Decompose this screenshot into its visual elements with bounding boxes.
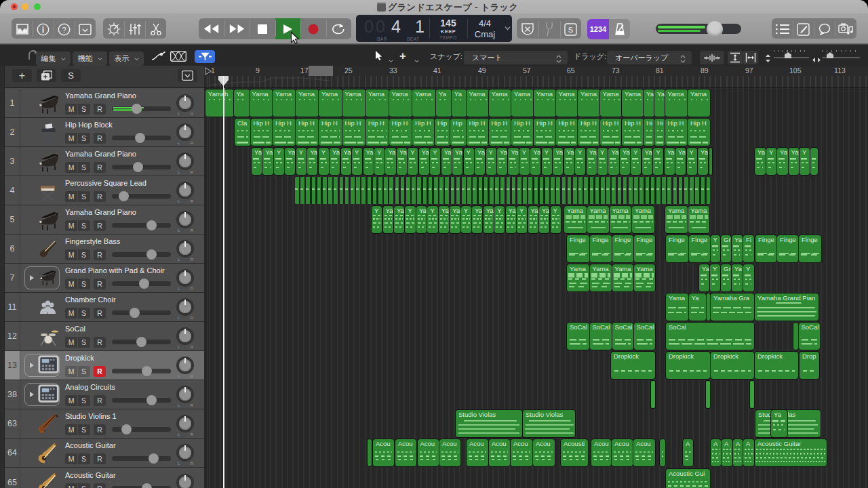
svg-text:?: ? <box>62 25 66 33</box>
svg-text:i: i <box>42 25 45 35</box>
svg-text:S: S <box>568 25 573 33</box>
